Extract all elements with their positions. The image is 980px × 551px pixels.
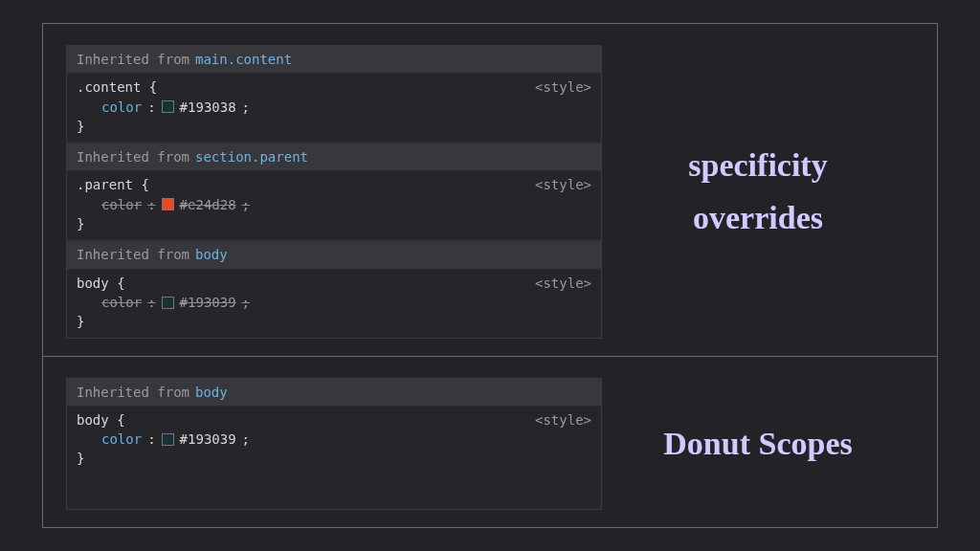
slide-frame: Inherited from main.content <style> .con… — [42, 23, 938, 528]
color-swatch-icon[interactable] — [162, 198, 174, 210]
style-rule[interactable]: <style> .content { color: #193038; } — [67, 74, 601, 143]
semicolon: ; — [242, 293, 250, 312]
inherited-from-selector[interactable]: main.content — [195, 50, 292, 69]
inherited-from-header[interactable]: Inherited from section.parent — [67, 143, 601, 171]
inherited-from-header[interactable]: Inherited from main.content — [67, 46, 601, 74]
inherited-from-selector[interactable]: section.parent — [195, 147, 308, 166]
rule-selector[interactable]: .content { — [77, 77, 591, 97]
property-name[interactable]: color — [101, 293, 142, 312]
rule-selector[interactable]: .parent { — [77, 175, 591, 194]
color-swatch-icon[interactable] — [162, 297, 174, 309]
property-name[interactable]: color — [101, 430, 142, 449]
property-name[interactable]: color — [101, 98, 142, 117]
property-value[interactable]: #193038 — [180, 98, 236, 117]
caption-top: specificity overrides — [602, 45, 914, 339]
property-name[interactable]: color — [101, 195, 142, 214]
style-rule[interactable]: <style> body { color: #193039; } — [67, 407, 601, 474]
caption-line: specificity — [688, 147, 827, 183]
style-rule[interactable]: <style> body { color: #193039; } — [67, 270, 601, 338]
color-swatch-icon[interactable] — [162, 100, 174, 113]
semicolon: ; — [242, 195, 250, 214]
rule-close: } — [77, 449, 591, 468]
rule-origin[interactable]: <style> — [535, 175, 591, 194]
property-value[interactable]: #193039 — [180, 293, 236, 312]
colon: : — [147, 195, 155, 214]
rule-close: } — [77, 214, 591, 233]
inherited-from-label: Inherited from — [77, 147, 189, 166]
colon: : — [147, 98, 155, 117]
rule-close: } — [77, 312, 591, 331]
top-half: Inherited from main.content <style> .con… — [43, 24, 937, 357]
declaration[interactable]: color: #193039; — [77, 430, 591, 449]
colon: : — [147, 430, 155, 449]
bottom-half: Inherited from body <style> body { color… — [43, 357, 937, 527]
color-swatch-icon[interactable] — [162, 433, 174, 446]
rule-origin[interactable]: <style> — [535, 410, 591, 430]
inherited-from-label: Inherited from — [77, 383, 189, 402]
colon: : — [147, 293, 155, 312]
inherited-from-label: Inherited from — [77, 50, 189, 69]
rule-selector[interactable]: body { — [77, 410, 591, 430]
caption-line: Donut Scopes — [663, 426, 852, 461]
rule-origin[interactable]: <style> — [535, 274, 591, 293]
caption-bottom: Donut Scopes — [602, 378, 914, 510]
inherited-from-selector[interactable]: body — [195, 245, 228, 264]
rule-close: } — [77, 117, 591, 136]
styles-panel-top[interactable]: Inherited from main.content <style> .con… — [66, 45, 602, 339]
style-rule[interactable]: <style> .parent { color: #e24d28; } — [67, 171, 601, 240]
declaration-overridden[interactable]: color: #193039; — [77, 293, 591, 312]
semicolon: ; — [242, 430, 250, 449]
caption-line: overrides — [693, 200, 823, 235]
property-value[interactable]: #e24d28 — [180, 195, 236, 214]
rule-origin[interactable]: <style> — [535, 77, 591, 97]
declaration[interactable]: color: #193038; — [77, 98, 591, 117]
declaration-overridden[interactable]: color: #e24d28; — [77, 195, 591, 214]
inherited-from-selector[interactable]: body — [195, 383, 228, 402]
styles-panel-bottom[interactable]: Inherited from body <style> body { color… — [66, 378, 602, 510]
inherited-from-header[interactable]: Inherited from body — [67, 379, 601, 407]
inherited-from-label: Inherited from — [77, 245, 189, 264]
property-value[interactable]: #193039 — [180, 430, 236, 449]
semicolon: ; — [242, 98, 250, 117]
rule-selector[interactable]: body { — [77, 274, 591, 293]
inherited-from-header[interactable]: Inherited from body — [67, 240, 601, 269]
